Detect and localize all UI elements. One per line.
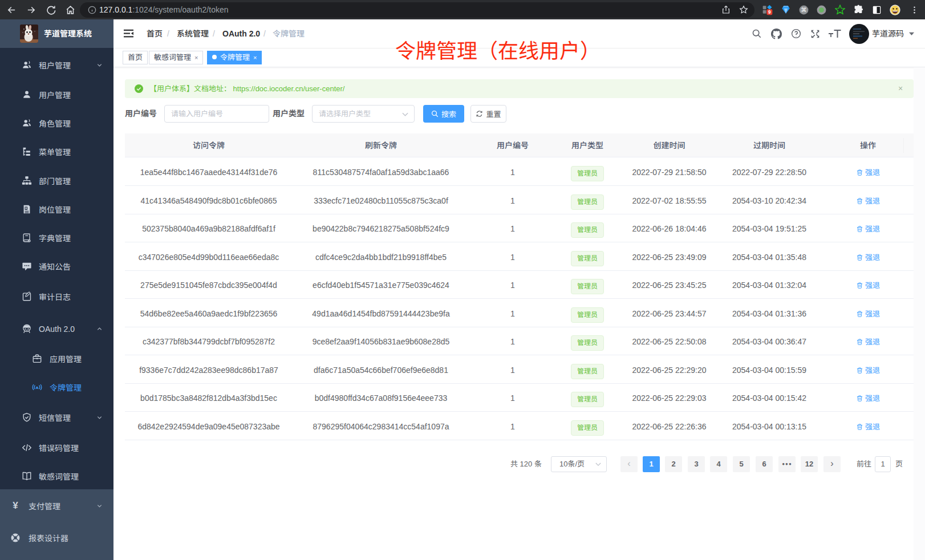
svg-text:9: 9 xyxy=(768,9,771,15)
svg-text:⌘: ⌘ xyxy=(801,7,806,13)
svg-text:a: a xyxy=(36,385,39,390)
